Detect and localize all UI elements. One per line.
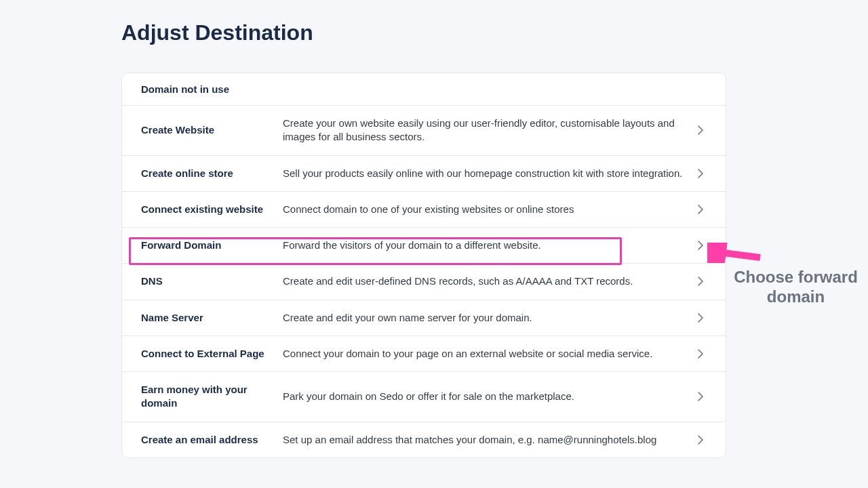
option-desc: Create and edit your own name server for… bbox=[283, 311, 694, 325]
option-forward-domain[interactable]: Forward Domain Forward the visitors of y… bbox=[122, 228, 726, 264]
panel-header: Domain not in use bbox=[122, 73, 726, 106]
option-desc: Create your own website easily using our… bbox=[283, 117, 694, 144]
option-connect-existing-website[interactable]: Connect existing website Connect domain … bbox=[122, 192, 726, 228]
chevron-right-icon bbox=[694, 203, 707, 216]
option-title: Create Website bbox=[141, 123, 283, 137]
chevron-right-icon bbox=[694, 275, 707, 287]
option-desc: Sell your products easily online with ou… bbox=[283, 167, 694, 180]
chevron-right-icon bbox=[694, 390, 707, 403]
option-connect-external-page[interactable]: Connect to External Page Connect your do… bbox=[122, 336, 726, 372]
option-title: Create an email address bbox=[141, 433, 283, 447]
chevron-right-icon bbox=[694, 239, 707, 251]
option-title: Forward Domain bbox=[141, 239, 283, 252]
option-desc: Create and edit user-defined DNS records… bbox=[283, 274, 694, 288]
option-title: Name Server bbox=[141, 311, 283, 325]
page-title: Adjust Destination bbox=[121, 20, 868, 45]
option-title: Connect to External Page bbox=[141, 347, 283, 361]
option-dns[interactable]: DNS Create and edit user-defined DNS rec… bbox=[122, 264, 726, 300]
annotation-arrow-icon bbox=[707, 243, 762, 263]
option-create-website[interactable]: Create Website Create your own website e… bbox=[122, 106, 726, 156]
option-earn-money-domain[interactable]: Earn money with your domain Park your do… bbox=[122, 372, 726, 422]
chevron-right-icon bbox=[694, 167, 707, 180]
chevron-right-icon bbox=[694, 124, 707, 136]
destination-panel: Domain not in use Create Website Create … bbox=[121, 73, 726, 458]
option-title: Earn money with your domain bbox=[141, 383, 283, 411]
annotation-text: Choose forward domain bbox=[730, 268, 862, 307]
option-create-online-store[interactable]: Create online store Sell your products e… bbox=[122, 156, 726, 192]
option-desc: Set up an email address that matches you… bbox=[283, 433, 694, 447]
chevron-right-icon bbox=[694, 312, 707, 324]
option-create-email-address[interactable]: Create an email address Set up an email … bbox=[122, 422, 726, 458]
chevron-right-icon bbox=[694, 434, 707, 446]
option-name-server[interactable]: Name Server Create and edit your own nam… bbox=[122, 300, 726, 336]
chevron-right-icon bbox=[694, 348, 707, 360]
option-title: Create online store bbox=[141, 167, 283, 180]
option-desc: Park your domain on Sedo or offer it for… bbox=[283, 390, 694, 403]
option-desc: Connect your domain to your page on an e… bbox=[283, 347, 694, 361]
svg-line-1 bbox=[713, 251, 760, 258]
option-desc: Forward the visitors of your domain to a… bbox=[283, 239, 694, 252]
option-desc: Connect domain to one of your existing w… bbox=[283, 203, 694, 216]
option-title: DNS bbox=[141, 274, 283, 288]
option-title: Connect existing website bbox=[141, 203, 283, 216]
